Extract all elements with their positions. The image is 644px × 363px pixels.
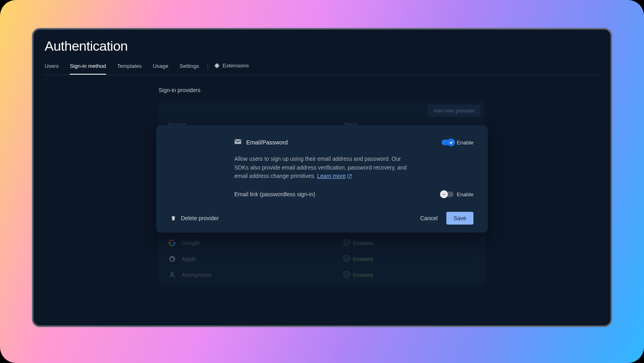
svg-rect-6 xyxy=(443,194,446,194)
gradient-frame: Authentication Users Sign-in method Temp… xyxy=(0,0,644,363)
toggle-off[interactable] xyxy=(442,191,454,197)
trash-icon xyxy=(171,215,176,221)
tab-sign-in-method[interactable]: Sign-in method xyxy=(70,58,106,75)
provider-name: Anonymous xyxy=(182,272,344,278)
enable-toggle-primary[interactable]: Enable xyxy=(442,140,473,146)
tab-templates[interactable]: Templates xyxy=(117,58,142,75)
check-circle-icon xyxy=(344,255,350,263)
tab-separator xyxy=(208,63,208,70)
page-title: Authentication xyxy=(45,38,599,54)
provider-name: Apple xyxy=(182,256,344,262)
mail-icon xyxy=(234,139,242,146)
tab-usage[interactable]: Usage xyxy=(153,58,169,75)
provider-row-anonymous[interactable]: Anonymous Enabled xyxy=(159,267,485,283)
enable-label: Enable xyxy=(457,191,473,197)
tab-extensions-label: Extensions xyxy=(222,63,249,69)
person-icon xyxy=(168,271,176,279)
learn-more-link[interactable]: Learn more xyxy=(317,173,352,179)
app-window: Authentication Users Sign-in method Temp… xyxy=(32,28,612,327)
save-button[interactable]: Save xyxy=(446,212,473,225)
provider-status: Enabled xyxy=(344,271,373,279)
provider-status: Enabled xyxy=(344,255,373,263)
tab-users[interactable]: Users xyxy=(45,58,59,75)
cancel-button[interactable]: Cancel xyxy=(420,215,438,221)
apple-icon xyxy=(168,255,176,263)
enable-label: Enable xyxy=(457,140,473,146)
delete-provider-button[interactable]: Delete provider xyxy=(171,215,219,221)
provider-row-apple[interactable]: Apple Enabled xyxy=(159,251,485,267)
add-new-provider-button[interactable]: Add new provider xyxy=(428,105,481,117)
section-label: Sign-in providers xyxy=(159,87,485,93)
provider-name: Google xyxy=(182,240,344,246)
provider-status: Enabled xyxy=(344,239,373,247)
provider-config-dialog: Email/Password Enable Allow users to sig… xyxy=(156,125,488,233)
provider-description: Allow users to sign up using their email… xyxy=(234,155,410,182)
provider-config-title: Email/Password xyxy=(246,139,288,146)
svg-point-3 xyxy=(171,272,173,275)
enable-toggle-secondary[interactable]: Enable xyxy=(442,191,473,197)
toggle-on[interactable] xyxy=(442,140,454,145)
google-icon xyxy=(168,239,176,247)
tab-settings[interactable]: Settings xyxy=(180,58,199,75)
check-circle-icon xyxy=(344,271,350,279)
email-link-label: Email link (passwordless sign-in) xyxy=(234,191,315,197)
extensions-icon xyxy=(214,63,220,69)
tab-extensions[interactable]: Extensions xyxy=(214,58,249,75)
check-circle-icon xyxy=(344,239,350,247)
provider-row-google[interactable]: Google Enabled xyxy=(159,235,485,251)
tabs-bar: Users Sign-in method Templates Usage Set… xyxy=(45,58,599,75)
external-link-icon xyxy=(347,174,352,180)
